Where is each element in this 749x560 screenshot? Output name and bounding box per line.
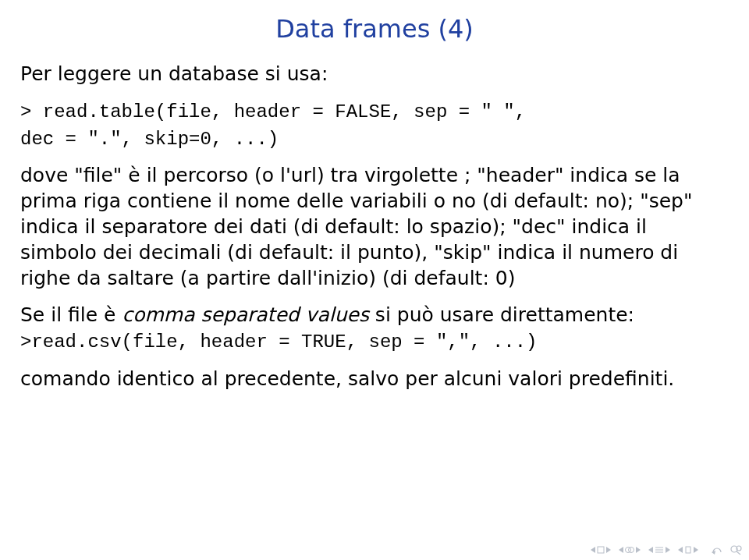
- paragraph-explain: dove "file" è il percorso (o l'url) tra …: [20, 162, 729, 291]
- nav-subsection[interactable]: [618, 545, 641, 555]
- svg-marker-11: [666, 547, 670, 553]
- triangle-right-icon: [665, 546, 671, 554]
- svg-line-17: [737, 551, 740, 555]
- svg-marker-7: [648, 547, 653, 553]
- paragraph-final: comando identico al precedente, salvo pe…: [20, 366, 729, 392]
- subsection-icon: [624, 545, 635, 555]
- csv-ital: comma separated values: [122, 303, 369, 326]
- paragraph-intro: Per leggere un database si usa:: [20, 61, 729, 87]
- triangle-left-icon: [590, 546, 596, 554]
- svg-marker-2: [606, 547, 611, 553]
- paragraph-csv: Se il file è comma separated values si p…: [20, 302, 729, 355]
- slide-body: Data frames (4) Per leggere un database …: [0, 0, 749, 392]
- svg-rect-13: [686, 547, 690, 553]
- triangle-left-icon: [618, 546, 624, 554]
- svg-marker-0: [591, 547, 595, 553]
- svg-marker-3: [619, 547, 623, 553]
- code-line-2: dec = ".", skip=0, ...): [20, 129, 279, 150]
- code-line-1: > read.table(file, header = FALSE, sep =…: [20, 101, 526, 122]
- slide-title: Data frames (4): [20, 14, 729, 44]
- triangle-left-icon: [648, 546, 654, 554]
- svg-marker-6: [636, 547, 641, 553]
- section-icon: [654, 545, 665, 555]
- nav-back-icon[interactable]: [710, 544, 726, 555]
- triangle-right-icon: [693, 546, 699, 554]
- frame-icon: [596, 545, 605, 555]
- csv-text-b: si può usare direttamente:: [369, 303, 634, 326]
- nav-appendix[interactable]: [677, 545, 699, 555]
- beamer-nav-bar: [590, 544, 743, 555]
- svg-rect-1: [598, 547, 604, 553]
- triangle-right-icon: [635, 546, 641, 554]
- nav-frame[interactable]: [590, 545, 612, 555]
- csv-text-a: Se il file è: [20, 303, 122, 326]
- codeblock-readtable: > read.table(file, header = FALSE, sep =…: [20, 97, 729, 151]
- nav-search-icon[interactable]: [729, 544, 743, 555]
- triangle-left-icon: [677, 546, 683, 554]
- svg-marker-14: [694, 547, 698, 553]
- nav-section[interactable]: [648, 545, 671, 555]
- doc-icon: [683, 545, 693, 555]
- svg-marker-12: [678, 547, 683, 553]
- code-readcsv: >read.csv(file, header = TRUE, sep = ","…: [20, 331, 538, 353]
- triangle-right-icon: [605, 546, 612, 554]
